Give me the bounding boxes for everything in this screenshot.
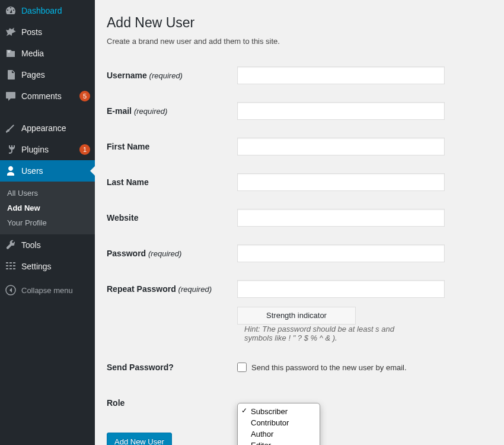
- svg-rect-9: [13, 268, 15, 269]
- sidebar-item-settings[interactable]: Settings: [0, 256, 95, 277]
- collapse-label: Collapse menu: [21, 286, 73, 295]
- send-password-checkbox[interactable]: [237, 363, 247, 372]
- submenu-all-users[interactable]: All Users: [0, 186, 95, 201]
- svg-rect-1: [6, 262, 8, 263]
- role-dropdown: Subscriber Contributor Author Editor Adm…: [237, 403, 320, 445]
- password-hint: Hint: The password should be at least s …: [244, 325, 398, 342]
- brush-icon: [5, 122, 17, 134]
- wrench-icon: [5, 239, 17, 251]
- submenu-add-new[interactable]: Add New: [0, 201, 95, 215]
- collapse-icon: [5, 284, 17, 296]
- username-input[interactable]: [237, 66, 445, 84]
- sidebar-item-label: Posts: [21, 27, 90, 37]
- label-password: Password (required): [107, 236, 237, 271]
- comment-icon: [5, 90, 17, 102]
- svg-rect-6: [13, 265, 15, 266]
- sidebar-item-label: Comments: [21, 91, 77, 101]
- sidebar-item-label: Settings: [21, 262, 90, 271]
- sidebar-item-appearance[interactable]: Appearance: [0, 117, 95, 139]
- sidebar-item-plugins[interactable]: Plugins 1: [0, 139, 95, 160]
- lastname-input[interactable]: [237, 173, 445, 191]
- sidebar-item-media[interactable]: Media: [0, 43, 95, 64]
- label-repeat-password: Repeat Password (required): [107, 271, 237, 307]
- svg-rect-3: [13, 262, 15, 263]
- user-form: Username (required) E-mail (required) Fi…: [107, 58, 492, 421]
- page-description: Create a brand new user and add them to …: [107, 37, 492, 46]
- dashboard-icon: [5, 5, 17, 17]
- add-new-user-button[interactable]: Add New User: [107, 433, 172, 445]
- comments-badge: 5: [79, 91, 90, 101]
- users-submenu: All Users Add New Your Profile: [0, 182, 95, 234]
- main-content: Add New User Create a brand new user and…: [95, 0, 504, 445]
- option-contributor[interactable]: Contributor: [238, 417, 320, 428]
- password-input[interactable]: [237, 244, 445, 262]
- svg-rect-5: [9, 265, 12, 266]
- send-password-text: Send this password to the new user by em…: [251, 363, 407, 372]
- label-lastname: Last Name: [107, 164, 237, 200]
- svg-rect-2: [9, 262, 12, 263]
- sidebar-item-label: Plugins: [21, 145, 77, 154]
- page-icon: [5, 69, 17, 81]
- svg-rect-8: [9, 268, 12, 269]
- label-website: Website: [107, 200, 237, 236]
- label-role: Role: [107, 385, 237, 421]
- email-input[interactable]: [237, 102, 445, 120]
- svg-rect-7: [6, 268, 8, 269]
- plugins-badge: 1: [79, 144, 90, 155]
- settings-icon: [5, 260, 17, 272]
- sidebar-item-pages[interactable]: Pages: [0, 64, 95, 85]
- option-author[interactable]: Author: [238, 428, 320, 440]
- collapse-menu[interactable]: Collapse menu: [0, 279, 95, 301]
- sidebar-item-tools[interactable]: Tools: [0, 234, 95, 256]
- option-editor[interactable]: Editor: [238, 440, 320, 445]
- option-subscriber[interactable]: Subscriber: [238, 406, 320, 417]
- sidebar-item-label: Appearance: [21, 123, 90, 133]
- sidebar-item-label: Pages: [21, 70, 90, 80]
- pin-icon: [5, 26, 17, 38]
- media-icon: [5, 47, 17, 59]
- page-title: Add New User: [107, 15, 492, 31]
- sidebar-item-posts[interactable]: Posts: [0, 21, 95, 43]
- sidebar-item-label: Tools: [21, 240, 90, 250]
- plugin-icon: [5, 144, 17, 155]
- label-email: E-mail (required): [107, 93, 237, 129]
- send-password-label[interactable]: Send this password to the new user by em…: [237, 363, 492, 372]
- user-icon: [5, 165, 17, 177]
- sidebar-item-label: Users: [21, 166, 90, 176]
- svg-rect-4: [6, 265, 8, 266]
- repeat-password-input[interactable]: [237, 280, 445, 298]
- strength-indicator: Strength indicator: [237, 307, 356, 325]
- sidebar-item-comments[interactable]: Comments 5: [0, 85, 95, 107]
- sidebar-item-users[interactable]: Users: [0, 160, 95, 182]
- submenu-your-profile[interactable]: Your Profile: [0, 215, 95, 230]
- label-username: Username (required): [107, 58, 237, 93]
- firstname-input[interactable]: [237, 138, 445, 155]
- sidebar-item-label: Dashboard: [21, 6, 90, 15]
- label-firstname: First Name: [107, 129, 237, 164]
- label-send-password: Send Password?: [107, 349, 237, 385]
- sidebar-item-dashboard[interactable]: Dashboard: [0, 0, 95, 21]
- website-input[interactable]: [237, 209, 445, 227]
- admin-sidebar: Dashboard Posts Media Pages Comments 5 A…: [0, 0, 95, 445]
- sidebar-item-label: Media: [21, 49, 90, 58]
